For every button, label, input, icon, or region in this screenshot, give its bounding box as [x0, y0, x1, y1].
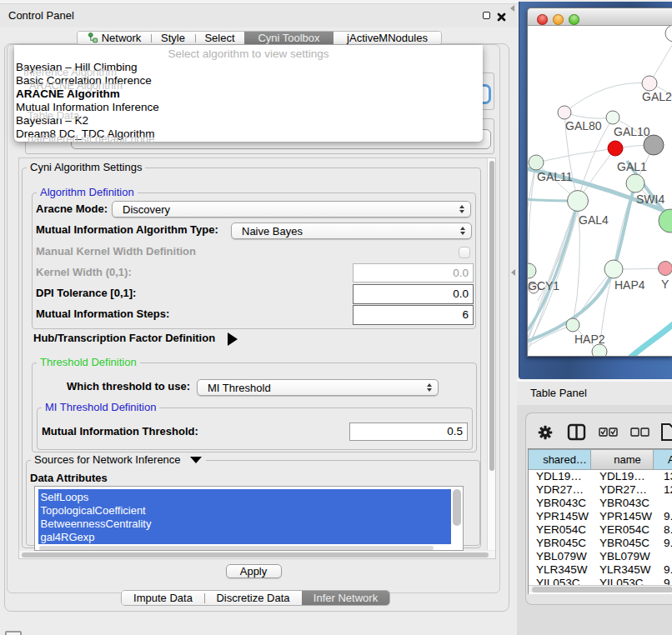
svg-text:GAL2: GAL2 — [642, 90, 672, 103]
svg-text:GAL4: GAL4 — [579, 213, 609, 227]
svg-text:HAP4: HAP4 — [614, 278, 645, 292]
svg-text:GAL10: GAL10 — [614, 125, 650, 138]
svg-text:GAL11: GAL11 — [537, 170, 573, 183]
svg-text:GAL1: GAL1 — [617, 160, 647, 173]
svg-text:HAP2: HAP2 — [574, 332, 605, 346]
svg-text:Y: Y — [661, 278, 669, 291]
svg-text:SWI4: SWI4 — [636, 192, 664, 206]
svg-text:GCY1: GCY1 — [528, 279, 559, 292]
svg-text:GAL80: GAL80 — [565, 119, 602, 132]
